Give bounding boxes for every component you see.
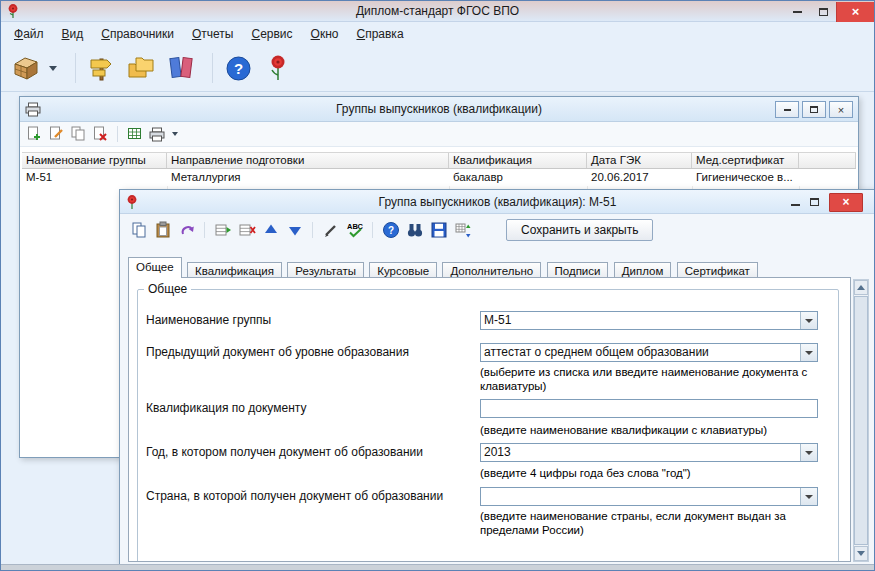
menu-window[interactable]: Окно bbox=[302, 23, 348, 45]
copy-record-icon[interactable] bbox=[69, 125, 87, 143]
document-year-value: 2013 bbox=[481, 444, 800, 461]
dialog-maximize-button[interactable] bbox=[810, 195, 819, 209]
main-titlebar: Диплом-стандарт ФГОС ВПО × bbox=[1, 1, 874, 22]
previous-document-hint: (выберите из списка или введите наименов… bbox=[480, 365, 832, 393]
document-qualification-field[interactable] bbox=[480, 399, 818, 418]
printer-window-icon bbox=[25, 102, 41, 117]
column-header[interactable]: Наименование группы bbox=[22, 153, 167, 168]
tab-general[interactable]: Общее bbox=[128, 257, 182, 278]
edit-pen-icon[interactable] bbox=[320, 220, 341, 240]
group-dialog: Группа выпускников (квалификация): М-51 … bbox=[119, 189, 875, 567]
document-year-label: Год, в котором получен документ об образ… bbox=[146, 443, 423, 462]
minimize-icon bbox=[791, 204, 800, 206]
document-year-combo[interactable]: 2013 bbox=[480, 443, 818, 462]
delete-record-icon[interactable] bbox=[91, 125, 109, 143]
registry-dropdown-icon[interactable] bbox=[49, 66, 57, 71]
menu-service[interactable]: Сервис bbox=[242, 23, 301, 45]
tab-panel-general: Общее Наименование группы М-51 Предыдущи… bbox=[128, 277, 851, 562]
groups-window-title: Группы выпускников (квалификации) bbox=[20, 102, 858, 116]
minimize-icon bbox=[793, 11, 802, 13]
close-button[interactable]: × bbox=[836, 2, 874, 22]
move-down-icon[interactable] bbox=[284, 220, 305, 240]
move-up-icon[interactable] bbox=[260, 220, 281, 240]
chevron-down-icon[interactable] bbox=[800, 312, 817, 329]
chevron-down-icon[interactable] bbox=[800, 444, 817, 461]
cell-group-name: М-51 bbox=[22, 169, 167, 186]
minimize-icon bbox=[784, 109, 791, 111]
menu-view[interactable]: Вид bbox=[53, 23, 93, 45]
menu-help[interactable]: Справка bbox=[347, 23, 412, 45]
chevron-down-icon[interactable] bbox=[800, 344, 817, 361]
minimize-button[interactable] bbox=[784, 2, 810, 22]
registry-cube-icon[interactable] bbox=[9, 50, 43, 86]
document-qualification-hint: (введите наименование квалификации с кла… bbox=[480, 423, 832, 437]
group-name-value: М-51 bbox=[481, 312, 800, 329]
document-country-combo[interactable] bbox=[480, 487, 818, 506]
scroll-up-button[interactable] bbox=[854, 280, 868, 295]
document-qualification-input[interactable] bbox=[481, 400, 817, 417]
rose-dialog-icon bbox=[125, 194, 139, 210]
rose-app-icon bbox=[6, 3, 20, 19]
folders-icon[interactable] bbox=[124, 50, 158, 86]
main-window-title: Диплом-стандарт ФГОС ВПО bbox=[1, 4, 874, 18]
edit-record-icon[interactable] bbox=[47, 125, 65, 143]
column-header[interactable]: Дата ГЭК bbox=[587, 153, 692, 168]
vertical-scrollbar[interactable] bbox=[853, 279, 869, 562]
menu-file[interactable]: Файл bbox=[5, 23, 53, 45]
scroll-down-button[interactable] bbox=[854, 546, 868, 561]
reports-books-icon[interactable] bbox=[164, 50, 198, 86]
main-window-controls: × bbox=[784, 1, 874, 22]
group-name-combo[interactable]: М-51 bbox=[480, 311, 818, 330]
save-icon[interactable] bbox=[428, 220, 449, 240]
help-icon[interactable]: ? bbox=[221, 50, 255, 86]
chevron-down-icon[interactable] bbox=[800, 488, 817, 505]
maximize-icon bbox=[810, 198, 819, 206]
copy-icon[interactable] bbox=[128, 220, 149, 240]
undo-icon[interactable] bbox=[176, 220, 197, 240]
spell-check-icon[interactable]: АВС bbox=[344, 220, 365, 240]
print-icon[interactable] bbox=[148, 125, 166, 143]
print-dropdown-icon[interactable] bbox=[172, 132, 178, 136]
groups-close-button[interactable]: × bbox=[829, 101, 853, 118]
signpost-icon[interactable] bbox=[84, 50, 118, 86]
cell-filler bbox=[799, 169, 856, 186]
groups-titlebar: Группы выпускников (квалификации) × bbox=[20, 97, 858, 122]
menu-bar: Файл Вид Справочники Отчеты Сервис Окно … bbox=[1, 22, 874, 45]
refresh-table-icon[interactable] bbox=[452, 220, 473, 240]
svg-text:?: ? bbox=[233, 59, 242, 76]
menu-directories[interactable]: Справочники bbox=[92, 23, 183, 45]
dialog-controls: × bbox=[791, 190, 863, 214]
previous-document-combo[interactable]: аттестат о среднем общем образовании bbox=[480, 343, 818, 362]
column-header[interactable]: Квалификация bbox=[449, 153, 587, 168]
groups-maximize-button[interactable] bbox=[802, 101, 826, 118]
groups-minimize-button[interactable] bbox=[775, 101, 799, 118]
toolbar-separator bbox=[204, 222, 205, 238]
toolbar-separator bbox=[372, 222, 373, 238]
column-header[interactable]: Мед.сертификат bbox=[692, 153, 799, 168]
dialog-close-button[interactable]: × bbox=[829, 193, 863, 212]
delete-row-icon[interactable] bbox=[236, 220, 257, 240]
scrollbar-thumb[interactable] bbox=[854, 296, 868, 545]
dialog-titlebar: Группа выпускников (квалификация): М-51 … bbox=[120, 190, 875, 214]
main-toolbar: ? bbox=[1, 45, 874, 92]
insert-row-icon[interactable] bbox=[212, 220, 233, 240]
dialog-minimize-button[interactable] bbox=[791, 195, 800, 209]
add-record-icon[interactable] bbox=[25, 125, 43, 143]
document-year-hint: (введите 4 цифры года без слова "год") bbox=[480, 466, 832, 480]
cell-qualification: бакалавр bbox=[449, 169, 587, 186]
help-small-icon[interactable]: ? bbox=[380, 220, 401, 240]
table-row[interactable]: М-51 Металлургия бакалавр 20.06.2017 Гиг… bbox=[22, 169, 856, 186]
column-header[interactable]: Направление подготовки bbox=[167, 153, 449, 168]
menu-reports[interactable]: Отчеты bbox=[183, 23, 243, 45]
close-icon: × bbox=[842, 195, 849, 209]
previous-document-value: аттестат о среднем общем образовании bbox=[481, 344, 800, 361]
paste-icon[interactable] bbox=[152, 220, 173, 240]
dialog-tabs: Общее Квалификация Результаты Курсовые Д… bbox=[128, 257, 845, 278]
find-icon[interactable] bbox=[404, 220, 425, 240]
about-rose-icon[interactable] bbox=[261, 50, 295, 86]
maximize-button[interactable] bbox=[810, 2, 836, 22]
previous-document-label: Предыдущий документ об уровне образовани… bbox=[146, 343, 409, 362]
save-and-close-button[interactable]: Сохранить и закрыть bbox=[506, 219, 653, 241]
toolbar-separator bbox=[117, 126, 118, 142]
export-icon[interactable] bbox=[126, 125, 144, 143]
